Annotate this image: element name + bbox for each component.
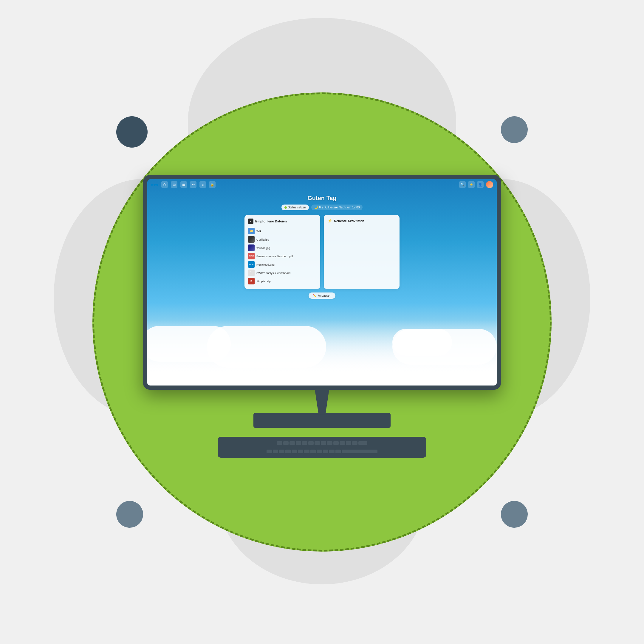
pencil-icon: ✏️: [313, 294, 316, 297]
keyboard-row-2: [224, 450, 420, 453]
key: [310, 450, 316, 453]
key: [304, 450, 309, 453]
key: [273, 450, 278, 453]
lightning-icon: ⚡: [327, 219, 332, 223]
file-icon-nc: oOo: [248, 261, 255, 268]
nav-lock-icon[interactable]: 🔒: [209, 181, 216, 188]
files-panel: ▪ Empfohlene Dateien 📁 Talk: [244, 215, 320, 289]
key: [327, 441, 332, 445]
file-icon-odp: P: [248, 278, 255, 284]
key: [346, 441, 351, 445]
key-space: [342, 450, 377, 453]
file-name-pdf: Reasons to use Nextdo....pdf: [256, 255, 293, 258]
handle-top-right[interactable]: [501, 116, 528, 143]
key: [277, 441, 282, 445]
key: [290, 441, 295, 445]
activity-panel-title: Neueste Aktivitäten: [334, 219, 364, 223]
keyboard-row-1: [224, 441, 420, 445]
scene: ⬡ ▤ ▦ ↩ ⌕ 🔒 🔍 ⚡ 👤 Guten Tag: [0, 0, 644, 644]
user-button[interactable]: 👤: [477, 181, 484, 188]
handle-bottom-left[interactable]: [116, 501, 143, 528]
key: [279, 450, 284, 453]
key: [323, 450, 328, 453]
key: [333, 441, 339, 445]
nc-dot-2: [154, 184, 156, 186]
key: [321, 441, 326, 445]
file-icon-toucan: [248, 244, 255, 251]
handle-bottom-right[interactable]: [501, 501, 528, 528]
file-item-simple[interactable]: P Simple.odp: [248, 277, 317, 285]
monitor-body: ⬡ ▤ ▦ ↩ ⌕ 🔒 🔍 ⚡ 👤 Guten Tag: [143, 175, 501, 390]
file-name-talk: Talk: [256, 230, 261, 233]
key: [315, 441, 320, 445]
nc-mini-logo: oOo: [249, 264, 253, 266]
file-item-pdf[interactable]: PDF Reasons to use Nextdo....pdf: [248, 252, 317, 260]
panels-row: ▪ Empfohlene Dateien 📁 Talk: [244, 215, 400, 289]
status-row: Status setzen 🌙 6.2 °C Heitere Nacht um …: [281, 205, 363, 210]
files-panel-icon: ▪: [248, 219, 253, 224]
key: [285, 450, 291, 453]
status-button[interactable]: Status setzen: [281, 205, 309, 210]
key: [335, 450, 341, 453]
key-backspace: [358, 441, 367, 445]
file-name-odp: Simple.odp: [256, 280, 271, 283]
file-icon-pdf: PDF: [248, 253, 255, 259]
files-panel-title: Empfohlene Dateien: [255, 219, 287, 223]
activity-panel: ⚡ Neueste Aktivitäten: [324, 215, 400, 289]
file-name-gorilla: Gorilla.jpg: [256, 238, 269, 241]
greeting-text: Guten Tag: [307, 195, 336, 202]
file-item-swot[interactable]: ⬜ SWOT analysis.whiteboard: [248, 269, 317, 277]
key: [317, 450, 322, 453]
key: [298, 450, 303, 453]
file-item-nextcloud[interactable]: oOo Nextcloud.png: [248, 260, 317, 269]
customize-button[interactable]: ✏️ Anpassen: [309, 292, 335, 299]
monitor-screen: ⬡ ▤ ▦ ↩ ⌕ 🔒 🔍 ⚡ 👤 Guten Tag: [147, 179, 497, 386]
monitor-stand-neck: [310, 390, 334, 414]
bolt-button[interactable]: ⚡: [468, 181, 475, 188]
file-item-talk[interactable]: 📁 Talk: [248, 227, 317, 235]
status-dot: [284, 206, 287, 209]
keyboard: [218, 437, 426, 458]
customize-label: Anpassen: [318, 294, 331, 297]
weather-icon: 🌙: [314, 206, 318, 209]
nav-photos-icon[interactable]: ▤: [171, 181, 177, 188]
status-label: Status setzen: [288, 206, 306, 209]
folder-icon: ▪: [250, 220, 251, 223]
file-item-toucan[interactable]: Toucan.jpg: [248, 244, 317, 252]
file-icon-swot: ⬜: [248, 270, 255, 276]
monitor-assembly: ⬡ ▤ ▦ ↩ ⌕ 🔒 🔍 ⚡ 👤 Guten Tag: [143, 175, 501, 458]
key: [296, 441, 301, 445]
handle-top-left[interactable]: [116, 116, 148, 148]
key: [340, 441, 345, 445]
nav-files-icon[interactable]: ⬡: [161, 181, 168, 188]
folder-icon: 📁: [250, 230, 253, 233]
weather-button[interactable]: 🌙 6.2 °C Heitere Nacht um 17:00: [311, 205, 363, 210]
file-item-gorilla[interactable]: Gorilla.jpg: [248, 235, 317, 244]
file-icon-gorilla: [248, 236, 255, 243]
key: [329, 450, 335, 453]
nc-dot-3: [156, 184, 158, 186]
whiteboard-icon: ⬜: [250, 271, 253, 274]
key: [302, 441, 307, 445]
nextcloud-logo: [151, 184, 158, 186]
key: [267, 450, 272, 453]
nav-calendar-icon[interactable]: ▦: [180, 181, 187, 188]
file-name-swot: SWOT analysis.whiteboard: [256, 271, 290, 275]
key: [283, 441, 289, 445]
monitor-stand-base: [253, 413, 391, 428]
search-button[interactable]: 🔍: [459, 181, 466, 188]
files-panel-header: ▪ Empfohlene Dateien: [248, 219, 317, 224]
nav-search-icon[interactable]: ⌕: [199, 181, 206, 188]
file-name-toucan: Toucan.jpg: [256, 246, 270, 250]
file-name-nc: Nextcloud.png: [256, 263, 275, 266]
key: [308, 441, 314, 445]
avatar[interactable]: [486, 181, 493, 188]
nc-dot-1: [151, 184, 153, 186]
activity-panel-header: ⚡ Neueste Aktivitäten: [327, 219, 396, 223]
topbar: ⬡ ▤ ▦ ↩ ⌕ 🔒 🔍 ⚡ 👤: [147, 179, 497, 190]
nav-undo-icon[interactable]: ↩: [190, 181, 196, 188]
topbar-right: 🔍 ⚡ 👤: [459, 181, 493, 188]
screen-content: Guten Tag Status setzen 🌙 6.2 °C Heitere…: [147, 190, 497, 386]
file-icon-talk: 📁: [248, 228, 255, 234]
key: [352, 441, 357, 445]
